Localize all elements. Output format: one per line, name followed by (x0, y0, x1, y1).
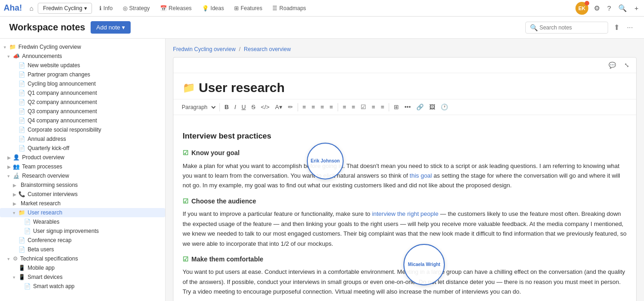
editor-toolbar: Paragraph Heading 1 Heading 2 B I U S </… (173, 99, 636, 115)
help-button[interactable]: ? (605, 2, 613, 14)
nav-ideas[interactable]: 💡 Ideas (197, 3, 229, 13)
settings-button[interactable]: ⚙ (592, 2, 602, 14)
code-button[interactable]: </> (259, 102, 272, 112)
more-options-button[interactable]: ··· (625, 21, 635, 34)
sidebar-item-q1-announcement[interactable]: 📄 Q1 company announcement (0, 88, 165, 98)
bullet-list-button[interactable]: ≡ (340, 102, 349, 112)
doc-icon: 📄 (18, 71, 25, 78)
folder-icon: 📁 (18, 209, 25, 216)
expand-button[interactable]: ⤡ (622, 60, 632, 70)
sidebar-item-smart-watch[interactable]: 📄 Smart watch app (0, 282, 165, 291)
micaela-mention-label: Micaela Wright (406, 261, 442, 268)
share-button[interactable]: ⬆ (612, 21, 621, 34)
sidebar-item-wearables[interactable]: 📄 Wearables (0, 217, 165, 226)
sidebar-item-annual-address[interactable]: 📄 Annual address (0, 134, 165, 144)
device-icon: 📱 (18, 274, 25, 280)
image-button[interactable]: 🖼 (427, 102, 437, 112)
italic-button[interactable]: I (232, 102, 238, 112)
sidebar-item-new-website[interactable]: 📄 New website updates (0, 61, 165, 70)
sidebar-item-team-processes[interactable]: ▶ 👥 Team processes (0, 162, 165, 171)
sidebar-item-conference-recap[interactable]: 📄 Conference recap (0, 236, 165, 245)
sidebar-item-beta-users[interactable]: 📄 Beta users (0, 245, 165, 254)
nav-features[interactable]: ⊞ Features (230, 3, 267, 13)
workspace-selector[interactable]: Fredwin Cycling ▾ (38, 3, 92, 14)
note-title-text[interactable]: User research (199, 81, 285, 95)
checkbox-icon: ☑ (183, 196, 189, 206)
roadmaps-icon: ☰ (272, 5, 277, 12)
sidebar-item-research-overview[interactable]: ▾ 🔬 Research overview (0, 171, 165, 180)
ordered-list-button[interactable]: ≡ (350, 102, 358, 112)
note-editor: 💬 ⤡ 📁 User research Paragraph Heading 1 … (173, 57, 637, 301)
sidebar-item-brainstorming[interactable]: ▶ Brainstorming sessions (0, 180, 165, 190)
sidebar-item-q2-announcement[interactable]: 📄 Q2 company announcement (0, 98, 165, 107)
avatar[interactable]: EK (575, 2, 588, 15)
more-formatting-button[interactable]: ••• (402, 102, 413, 112)
justify-button[interactable]: ≡ (327, 102, 335, 112)
sidebar-item-smart-devices[interactable]: ▾ 📱 Smart devices (0, 272, 165, 282)
nav-info[interactable]: ℹ Info (95, 3, 117, 13)
indent-button[interactable]: ≡ (369, 102, 378, 112)
sidebar-item-market-research[interactable]: ▶ Market research (0, 199, 165, 208)
bold-button[interactable]: B (222, 102, 231, 112)
sidebar-item-announcements[interactable]: ▾ 📣 Announcements (0, 52, 165, 61)
underline-button[interactable]: U (239, 102, 248, 112)
gear-icon: ⚙ (13, 255, 18, 262)
sidebar-item-customer-interviews[interactable]: ▶ 📞 Customer interviews (0, 190, 165, 199)
home-button[interactable]: ⌂ (26, 3, 37, 14)
sidebar-item-partner-program[interactable]: 📄 Partner program changes (0, 70, 165, 79)
page-layout: Workspace notes Add note ▾ 🔍 ⬆ ··· ▾ 📁 F… (0, 17, 644, 301)
ideas-icon: 💡 (202, 5, 209, 12)
page-header: Workspace notes Add note ▾ 🔍 ⬆ ··· (0, 17, 644, 39)
toggle-icon: ▶ (7, 164, 13, 169)
strikethrough-button[interactable]: S (249, 102, 258, 112)
align-center-button[interactable]: ≡ (309, 102, 317, 112)
interview-right-people-link[interactable]: interview the right people (372, 210, 439, 217)
table-button[interactable]: ⊞ (391, 102, 401, 112)
sidebar-item-quarterly-kickoff[interactable]: 📄 Quarterly kick-off (0, 144, 165, 153)
timestamp-button[interactable]: 🕐 (438, 102, 450, 112)
toggle-icon: ▶ (7, 155, 13, 160)
nav-roadmaps[interactable]: ☰ Roadmaps (268, 3, 310, 13)
erik-mention-label: Erik Johnson (309, 157, 341, 165)
breadcrumb-link-cycling[interactable]: Fredwin Cycling overview (173, 46, 236, 52)
nav-releases[interactable]: 📅 Releases (155, 3, 196, 13)
releases-icon: 📅 (160, 5, 167, 12)
outdent-button[interactable]: ≡ (379, 102, 387, 112)
doc-icon: 📄 (18, 246, 25, 253)
top-navigation: Aha! ⌂ Fredwin Cycling ▾ ℹ Info ◎ Strate… (0, 0, 644, 17)
sidebar-item-q3-announcement[interactable]: 📄 Q3 company announcement (0, 107, 165, 116)
add-button[interactable]: + (632, 2, 640, 14)
research-icon: 🔬 (13, 173, 20, 179)
add-note-button[interactable]: Add note ▾ (91, 21, 131, 34)
checklist-button[interactable]: ☑ (358, 102, 368, 112)
align-left-button[interactable]: ≡ (300, 102, 309, 112)
paragraph-style-select[interactable]: Paragraph Heading 1 Heading 2 (178, 103, 217, 112)
nav-strategy[interactable]: ◎ Strategy (118, 3, 155, 13)
link-button[interactable]: 🔗 (414, 102, 426, 112)
comment-button[interactable]: 💬 (606, 60, 618, 70)
toggle-icon: ▾ (7, 174, 13, 179)
sidebar-item-cycling-blog[interactable]: 📄 Cycling blog announcement (0, 79, 165, 88)
know-your-goal-text: Make a plan for what you want to accompl… (183, 161, 627, 191)
note-title: 📁 User research (173, 73, 636, 99)
workspace-label: Fredwin Cycling (43, 5, 82, 12)
sidebar-item-product-overview[interactable]: ▶ 👤 Product overview (0, 153, 165, 162)
sidebar-item-mobile-app[interactable]: 📱 Mobile app (0, 263, 165, 272)
breadcrumb-link-research[interactable]: Research overview (244, 46, 291, 52)
sidebar-item-user-signup[interactable]: 📄 User signup improvements (0, 226, 165, 236)
toggle-icon: ▾ (7, 256, 13, 261)
toggle-icon: ▾ (4, 45, 9, 50)
search-button[interactable]: 🔍 (616, 2, 629, 14)
highlight-button[interactable]: ✏ (286, 102, 295, 112)
sidebar-item-technical-specs[interactable]: ▾ ⚙ Technical specifications (0, 254, 165, 263)
sidebar-item-corporate-social[interactable]: 📄 Corporate social responsibility (0, 125, 165, 134)
this-goal-link[interactable]: this goal (410, 172, 432, 179)
toggle-icon: ▶ (13, 201, 18, 206)
align-right-button[interactable]: ≡ (318, 102, 327, 112)
sidebar-item-fredwin-cycling[interactable]: ▾ 📁 Fredwin Cycling overview (0, 42, 165, 52)
sidebar-item-user-research[interactable]: ▾ 📁 User research (0, 208, 165, 217)
editor-body[interactable]: Erik Johnson Micaela Wright Interview be… (173, 115, 636, 301)
doc-icon: 📄 (24, 219, 31, 225)
text-color-button[interactable]: A▾ (273, 102, 285, 112)
sidebar-item-q4-announcement[interactable]: 📄 Q4 company announcement (0, 116, 165, 125)
